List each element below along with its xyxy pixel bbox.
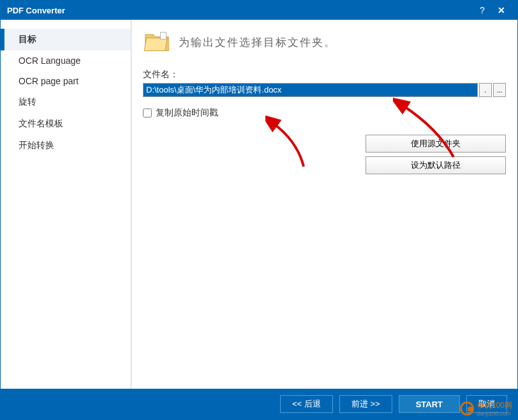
browse-button[interactable]: ... bbox=[493, 83, 506, 97]
sidebar-item-rotate[interactable]: 旋转 bbox=[1, 91, 131, 113]
folder-icon bbox=[143, 29, 171, 56]
side-buttons: 使用源文件夹 设为默认路径 bbox=[366, 135, 506, 174]
copy-timestamp-label: 复制原始时间戳 bbox=[156, 107, 218, 119]
close-button[interactable]: ✕ bbox=[492, 5, 511, 15]
clear-path-button[interactable]: . bbox=[479, 83, 492, 97]
footer: << 后退 前进 >> START 取消 bbox=[1, 389, 517, 419]
sidebar-item-start-convert[interactable]: 开始转换 bbox=[1, 135, 131, 156]
sidebar-item-target[interactable]: 目标 bbox=[1, 29, 131, 50]
sidebar: 目标 OCR Language OCR page part 旋转 文件名模板 开… bbox=[1, 20, 131, 389]
watermark-domain: danji100.com bbox=[477, 411, 512, 417]
sidebar-item-ocr-language[interactable]: OCR Language bbox=[1, 50, 131, 71]
forward-button[interactable]: 前进 >> bbox=[339, 395, 392, 413]
window-body: 目标 OCR Language OCR page part 旋转 文件名模板 开… bbox=[1, 20, 517, 389]
set-default-path-button[interactable]: 设为默认路径 bbox=[366, 156, 506, 174]
copy-timestamp-checkbox[interactable] bbox=[143, 109, 152, 117]
use-source-folder-button[interactable]: 使用源文件夹 bbox=[366, 135, 506, 153]
watermark-name: 单机100网 bbox=[477, 401, 512, 410]
app-window: PDF Converter ? ✕ 目标 OCR Language OCR pa… bbox=[0, 0, 518, 420]
back-button[interactable]: << 后退 bbox=[280, 395, 333, 413]
watermark-logo-icon bbox=[460, 401, 474, 416]
path-input[interactable] bbox=[143, 83, 478, 97]
sidebar-item-ocr-page-part[interactable]: OCR page part bbox=[1, 71, 131, 91]
main-panel: 为输出文件选择目标文件夹。 文件名： . ... 复制原始时间戳 使用源文件夹 … bbox=[131, 20, 517, 389]
sidebar-item-filename-template[interactable]: 文件名模板 bbox=[1, 113, 131, 135]
path-row: . ... bbox=[143, 83, 506, 97]
copy-timestamp-row[interactable]: 复制原始时间戳 bbox=[143, 107, 506, 119]
watermark: 单机100网 danji100.com bbox=[460, 400, 512, 417]
annotation-arrow-icon bbox=[265, 116, 316, 173]
help-button[interactable]: ? bbox=[473, 5, 492, 15]
window-title: PDF Converter bbox=[7, 6, 65, 15]
filename-label: 文件名： bbox=[143, 69, 506, 80]
page-heading: 为输出文件选择目标文件夹。 bbox=[179, 35, 336, 50]
header-row: 为输出文件选择目标文件夹。 bbox=[143, 29, 506, 56]
titlebar: PDF Converter ? ✕ bbox=[1, 1, 517, 20]
start-button[interactable]: START bbox=[399, 395, 460, 413]
